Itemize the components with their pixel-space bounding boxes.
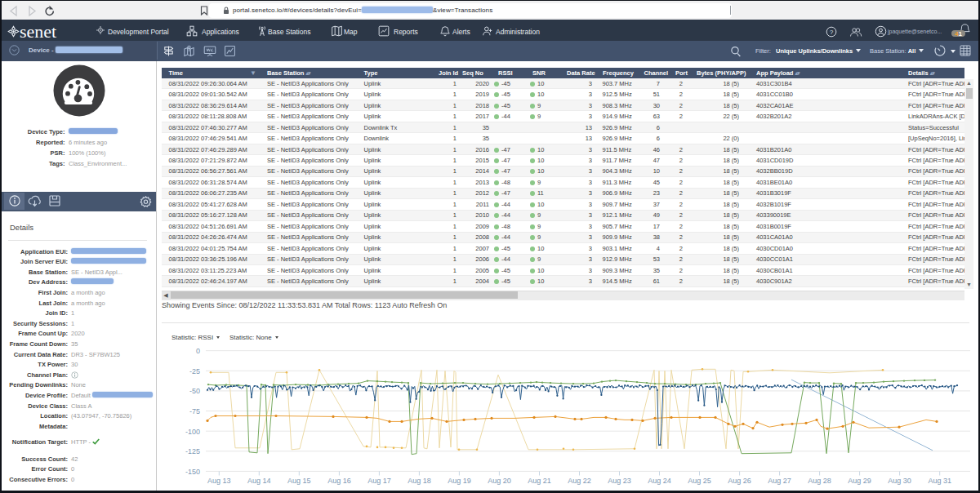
svg-text:Aug 28: Aug 28 bbox=[808, 477, 831, 485]
svg-text:Aug 16: Aug 16 bbox=[327, 477, 351, 485]
svg-text:-125: -125 bbox=[185, 447, 200, 455]
svg-text:-150: -150 bbox=[185, 468, 200, 476]
svg-text:Aug 24: Aug 24 bbox=[648, 477, 671, 485]
svg-text:Aug 21: Aug 21 bbox=[528, 477, 551, 485]
svg-text:Aug 25: Aug 25 bbox=[688, 477, 711, 485]
svg-text:0: 0 bbox=[196, 347, 200, 355]
svg-text:Aug 29: Aug 29 bbox=[848, 477, 871, 485]
svg-text:-25: -25 bbox=[189, 367, 200, 375]
svg-text:Aug 27: Aug 27 bbox=[768, 477, 791, 485]
svg-text:Aug 26: Aug 26 bbox=[728, 477, 751, 485]
svg-text:Aug 14: Aug 14 bbox=[247, 477, 271, 485]
svg-text:Aug 31: Aug 31 bbox=[928, 477, 951, 485]
svg-text:Aug 17: Aug 17 bbox=[368, 477, 391, 485]
svg-text:Aug 23: Aug 23 bbox=[608, 477, 631, 485]
svg-text:Aug 22: Aug 22 bbox=[568, 477, 591, 485]
svg-text:Aug 30: Aug 30 bbox=[888, 477, 911, 485]
svg-text:-75: -75 bbox=[189, 407, 200, 415]
svg-text:Aug 15: Aug 15 bbox=[287, 477, 311, 485]
svg-text:Aug 18: Aug 18 bbox=[408, 477, 431, 485]
svg-text:Aug 19: Aug 19 bbox=[448, 477, 471, 485]
svg-text:Aug 13: Aug 13 bbox=[207, 477, 231, 485]
svg-text:-100: -100 bbox=[185, 428, 200, 436]
svg-text:-50: -50 bbox=[189, 387, 200, 395]
svg-text:Aug 20: Aug 20 bbox=[488, 477, 511, 485]
